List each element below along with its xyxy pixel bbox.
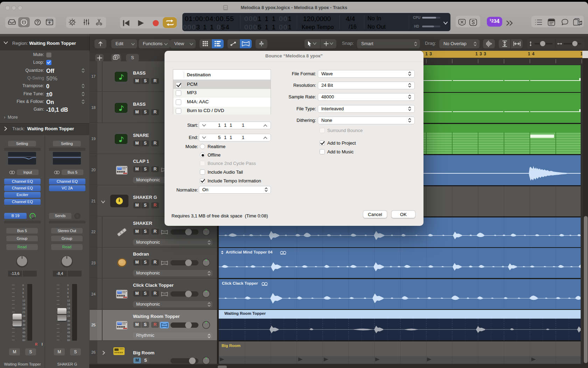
svg-text:50: 50	[67, 335, 70, 338]
svg-text:40: 40	[22, 327, 25, 330]
svg-text:40: 40	[67, 327, 70, 330]
svg-text:18: 18	[67, 307, 70, 310]
svg-text:9: 9	[67, 295, 69, 298]
svg-text:3: 3	[22, 287, 24, 291]
svg-text:12: 12	[22, 299, 25, 302]
svg-text:35: 35	[22, 323, 25, 326]
svg-text:50: 50	[22, 335, 25, 338]
svg-text:21: 21	[22, 311, 25, 314]
svg-text:3: 3	[67, 287, 69, 291]
svg-text:24: 24	[67, 314, 70, 318]
svg-text:6: 6	[22, 291, 24, 294]
svg-text:0: 0	[22, 284, 24, 287]
svg-text:35: 35	[67, 323, 70, 326]
svg-text:0: 0	[67, 284, 69, 287]
svg-text:30: 30	[22, 319, 25, 322]
svg-text:45: 45	[67, 331, 70, 334]
svg-text:24: 24	[22, 314, 25, 318]
svg-text:18: 18	[22, 307, 25, 310]
svg-text:45: 45	[22, 331, 25, 334]
svg-text:30: 30	[67, 319, 70, 322]
svg-text:15: 15	[67, 303, 70, 306]
svg-text:6: 6	[67, 291, 69, 294]
svg-text:60: 60	[22, 339, 25, 342]
svg-text:60: 60	[67, 339, 70, 342]
svg-text:21: 21	[67, 311, 70, 314]
svg-text:9: 9	[22, 295, 24, 298]
svg-text:12: 12	[67, 299, 70, 302]
svg-text:15: 15	[22, 303, 25, 306]
